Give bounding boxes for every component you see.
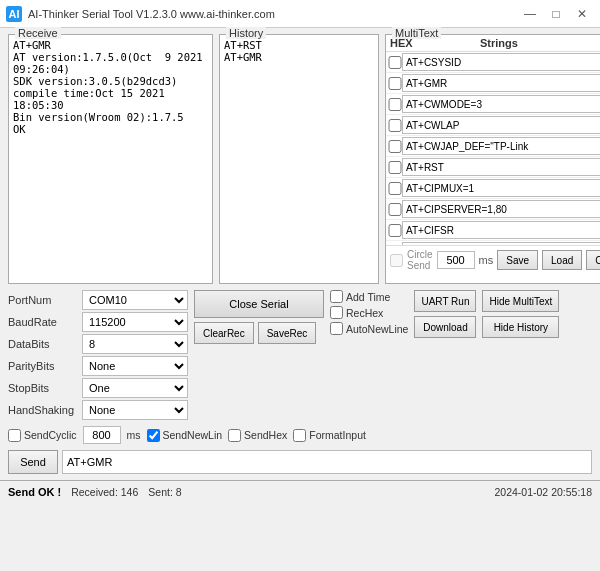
send-cyclic-check: SendCyclic [8, 429, 77, 442]
mt-row-input[interactable] [402, 53, 600, 71]
left-settings: PortNum COM10 BaudRate 115200 DataBits 8… [8, 290, 188, 420]
handshaking-label: HandShaking [8, 404, 78, 416]
maximize-button[interactable]: □ [544, 5, 568, 23]
auto-newline-checkbox[interactable] [330, 322, 343, 335]
auto-newline-label: AutoNewLine [346, 323, 408, 335]
portnum-row: PortNum COM10 [8, 290, 188, 310]
stopbits-row: StopBits One [8, 378, 188, 398]
portnum-label: PortNum [8, 294, 78, 306]
app-icon: AI [6, 6, 22, 22]
mt-row-checkbox[interactable] [388, 77, 402, 90]
send-hex-checkbox[interactable] [228, 429, 241, 442]
mt-row-checkbox[interactable] [388, 98, 402, 111]
multitext-row: 7 [386, 178, 600, 199]
hide-history-button[interactable]: Hide History [482, 316, 559, 338]
right-buttons: UART Run Download [414, 290, 476, 338]
multitext-row: 6 [386, 157, 600, 178]
send-hex-check: SendHex [228, 429, 287, 442]
mt-row-checkbox[interactable] [388, 140, 402, 153]
send-cyclic-checkbox[interactable] [8, 429, 21, 442]
save-rec-button[interactable]: SaveRec [258, 322, 317, 344]
receive-textarea[interactable] [9, 35, 212, 283]
title-bar: AI AI-Thinker Serial Tool V1.2.3.0 www.a… [0, 0, 600, 28]
multitext-row: 5 [386, 136, 600, 157]
send-cyclic-row: SendCyclic ms SendNewLin SendHex FormatI… [8, 426, 592, 444]
handshaking-combo[interactable]: None [82, 400, 188, 420]
multitext-row: 3 [386, 94, 600, 115]
receive-label: Receive [15, 27, 61, 39]
databits-combo[interactable]: 8 [82, 334, 188, 354]
add-time-label: Add Time [346, 291, 390, 303]
paritybits-combo[interactable]: None [82, 356, 188, 376]
paritybits-row: ParityBits None [8, 356, 188, 376]
auto-newline-row: AutoNewLine [330, 322, 408, 335]
multitext-panel: MultiText HEX Strings Send 1234567891011… [385, 34, 600, 284]
history-textarea[interactable] [220, 35, 378, 283]
mt-row-checkbox[interactable] [388, 182, 402, 195]
mt-row-input[interactable] [402, 158, 600, 176]
stopbits-label: StopBits [8, 382, 78, 394]
circle-send-checkbox[interactable] [390, 254, 403, 267]
baudrate-row: BaudRate 115200 [8, 312, 188, 332]
portnum-combo[interactable]: COM10 [82, 290, 188, 310]
rec-hex-row: RecHex [330, 306, 408, 319]
mt-row-input[interactable] [402, 200, 600, 218]
minimize-button[interactable]: — [518, 5, 542, 23]
stopbits-combo[interactable]: One [82, 378, 188, 398]
paritybits-label: ParityBits [8, 360, 78, 372]
mt-row-input[interactable] [402, 95, 600, 113]
multitext-row: 9 [386, 220, 600, 241]
hide-multitext-button[interactable]: Hide MultiText [482, 290, 559, 312]
format-input-label: FormatInput [309, 429, 366, 441]
send-newlin-checkbox[interactable] [147, 429, 160, 442]
databits-row: DataBits 8 [8, 334, 188, 354]
download-button[interactable]: Download [414, 316, 476, 338]
status-received: Received: 146 [71, 486, 138, 498]
mt-row-input[interactable] [402, 179, 600, 197]
send-cyclic-ms-input[interactable] [83, 426, 121, 444]
main-content: Receive History MultiText HEX Strings Se… [0, 28, 600, 478]
mt-row-checkbox[interactable] [388, 161, 402, 174]
circle-send-input[interactable] [437, 251, 475, 269]
clear-button[interactable]: Clear [586, 250, 600, 270]
send-newlin-check: SendNewLin [147, 429, 223, 442]
mt-row-checkbox[interactable] [388, 119, 402, 132]
far-right-buttons: Hide MultiText Hide History [482, 290, 559, 338]
send-newlin-label: SendNewLin [163, 429, 223, 441]
app-title: AI-Thinker Serial Tool V1.2.3.0 www.ai-t… [28, 8, 275, 20]
receive-panel: Receive [8, 34, 213, 284]
mt-row-checkbox[interactable] [388, 203, 402, 216]
mt-row-input[interactable] [402, 221, 600, 239]
format-input-checkbox[interactable] [293, 429, 306, 442]
mt-row-input[interactable] [402, 116, 600, 134]
history-panel: History [219, 34, 379, 284]
baudrate-label: BaudRate [8, 316, 78, 328]
send-input[interactable] [62, 450, 592, 474]
multitext-row: 2 [386, 73, 600, 94]
close-serial-button[interactable]: Close Serial [194, 290, 324, 318]
close-button[interactable]: ✕ [570, 5, 594, 23]
handshaking-row: HandShaking None [8, 400, 188, 420]
load-button[interactable]: Load [542, 250, 582, 270]
mt-row-checkbox[interactable] [388, 224, 402, 237]
multitext-row: 1 [386, 52, 600, 73]
send-button[interactable]: Send [8, 450, 58, 474]
status-datetime: 2024-01-02 20:55:18 [495, 486, 593, 498]
send-hex-label: SendHex [244, 429, 287, 441]
databits-label: DataBits [8, 338, 78, 350]
mt-row-checkbox[interactable] [388, 56, 402, 69]
rec-hex-checkbox[interactable] [330, 306, 343, 319]
save-button[interactable]: Save [497, 250, 538, 270]
mt-row-input[interactable] [402, 137, 600, 155]
top-panels: Receive History MultiText HEX Strings Se… [8, 34, 592, 284]
uart-run-button[interactable]: UART Run [414, 290, 476, 312]
add-time-checkbox[interactable] [330, 290, 343, 303]
mt-row-input[interactable] [402, 74, 600, 92]
controls-row: PortNum COM10 BaudRate 115200 DataBits 8… [8, 290, 592, 420]
multitext-row: 4 [386, 115, 600, 136]
multitext-row: 8 [386, 199, 600, 220]
clear-rec-button[interactable]: ClearRec [194, 322, 254, 344]
middle-controls: Close Serial ClearRec SaveRec [194, 290, 324, 344]
baudrate-combo[interactable]: 115200 [82, 312, 188, 332]
status-sent: Sent: 8 [148, 486, 181, 498]
